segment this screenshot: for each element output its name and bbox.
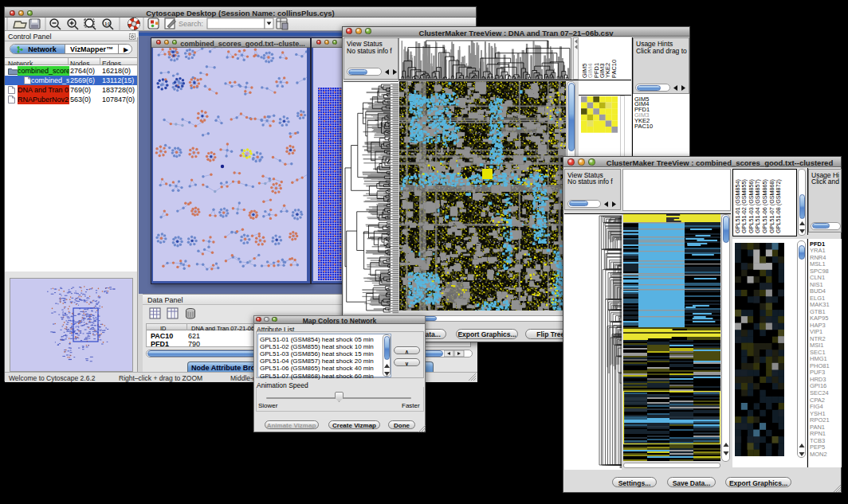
svg-text:PAC10: PAC10: [610, 60, 618, 78]
svg-text:GPL51-08 (GSM872): GPL51-08 (GSM872): [775, 179, 782, 233]
svg-text:1:1: 1:1: [105, 22, 111, 26]
svg-text:Search:: Search:: [179, 20, 203, 28]
